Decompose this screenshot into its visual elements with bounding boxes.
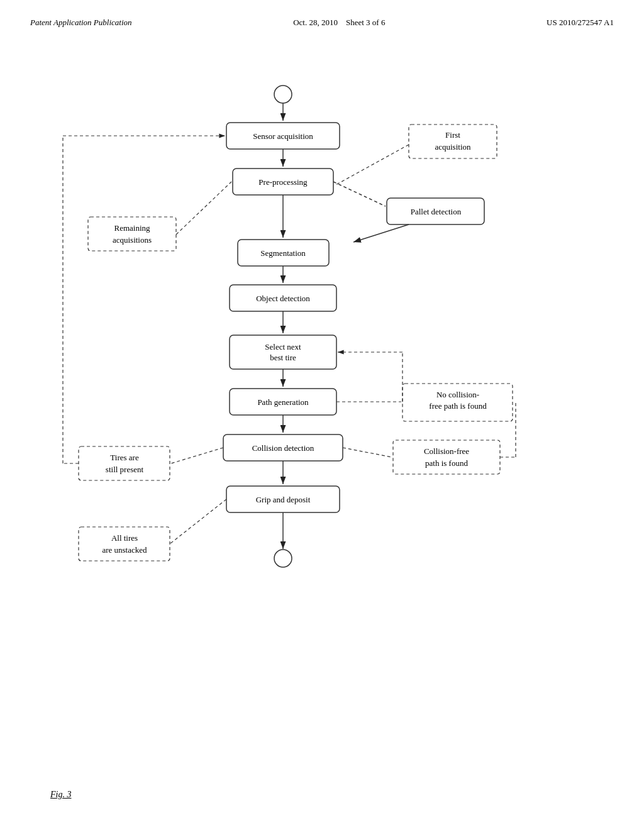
collision-detection-label: Collision detection <box>252 443 314 453</box>
object-detection-label: Object detection <box>256 294 310 303</box>
select-tire-label2: best tire <box>270 353 296 362</box>
select-tire-box <box>230 335 336 369</box>
all-unstacked-label2: are unstacked <box>102 545 147 555</box>
end-circle <box>274 550 292 567</box>
diagram-area: Sensor acquisition Pre-processing First … <box>38 75 604 742</box>
page-header: Patent Application Publication Oct. 28, … <box>0 0 644 28</box>
sheet: Sheet 3 of 6 <box>346 18 385 27</box>
tires-present-label1: Tires are <box>110 453 139 462</box>
collision-free-label2: path is found <box>425 458 468 468</box>
first-acquisition-label2: acquisition <box>435 142 471 152</box>
line-coldet-colfree <box>343 448 392 457</box>
sensor-acquisition-label: Sensor acquisition <box>253 131 313 141</box>
collision-free-box <box>393 440 500 474</box>
all-unstacked-box <box>79 527 170 561</box>
no-collision-free-label1: No collision- <box>436 390 479 399</box>
start-circle <box>274 86 292 103</box>
tires-present-box <box>79 446 170 480</box>
segmentation-label: Segmentation <box>260 248 306 258</box>
first-acquisition-label: First <box>445 130 460 140</box>
date: Oct. 28, 2010 <box>293 18 338 27</box>
select-tire-label1: Select next <box>265 342 301 351</box>
figure-label: Fig. 3 <box>50 790 71 800</box>
all-unstacked-label1: All tires <box>111 533 138 543</box>
line-grip-unstacked <box>170 499 226 544</box>
arrow-preproc-pallet <box>333 182 386 206</box>
remaining-acq-label2: acquisitions <box>113 235 152 245</box>
remaining-acq-label1: Remaining <box>114 223 150 233</box>
arrow-pallet-seg <box>353 224 409 242</box>
grip-deposit-label: Grip and deposit <box>256 495 311 504</box>
pallet-detection-label: Pallet detection <box>411 207 462 216</box>
line-remaining-preproc <box>176 182 231 235</box>
publication-label: Patent Application Publication <box>30 18 132 28</box>
remaining-acquisitions-box <box>88 217 176 251</box>
collision-free-label1: Collision-free <box>424 446 469 456</box>
patent-number: US 2010/272547 A1 <box>547 18 614 28</box>
path-generation-label: Path generation <box>257 397 309 407</box>
line-first-acq-preproc <box>335 145 409 185</box>
no-collision-free-label2: free path is found <box>429 401 487 411</box>
tires-present-label2: still present <box>106 465 144 474</box>
date-sheet: Oct. 28, 2010 Sheet 3 of 6 <box>293 18 385 28</box>
preprocessing-label: Pre-processing <box>258 177 308 187</box>
flowchart-svg: Sensor acquisition Pre-processing First … <box>38 75 604 742</box>
line-coldet-tires <box>171 448 223 463</box>
